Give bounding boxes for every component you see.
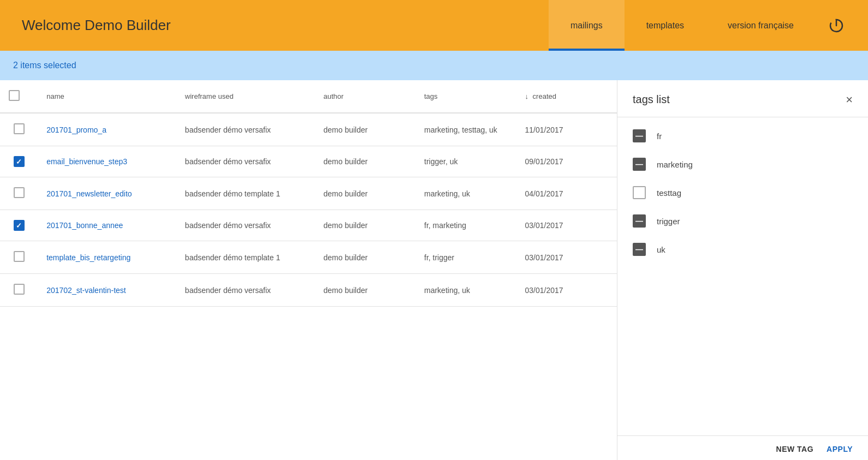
col-header-check bbox=[0, 80, 38, 113]
tags-panel-header: tags list × bbox=[617, 80, 868, 117]
selection-bar: 2 items selected bbox=[0, 51, 868, 80]
tag-label: fr bbox=[657, 132, 662, 141]
col-header-wireframe: wireframe used bbox=[176, 80, 315, 113]
row-name-link[interactable]: 201701_newsletter_edito bbox=[46, 189, 132, 198]
row-created: 03/01/2017 bbox=[516, 274, 617, 307]
row-checkbox[interactable] bbox=[14, 123, 25, 134]
row-name-link[interactable]: 201701_promo_a bbox=[46, 126, 106, 134]
table-row: template_bis_retargetingbadsender démo t… bbox=[0, 241, 617, 274]
tag-checkbox[interactable] bbox=[633, 158, 646, 171]
power-button[interactable] bbox=[827, 16, 846, 35]
row-tags: marketing, testtag, uk bbox=[415, 113, 516, 146]
tag-label: trigger bbox=[657, 217, 680, 226]
col-header-author: author bbox=[315, 80, 415, 113]
app-title: Welcome Demo Builder bbox=[22, 17, 549, 34]
table-row: email_bienvenue_step3badsender démo vers… bbox=[0, 146, 617, 177]
table-area: name wireframe used author tags ↓ create… bbox=[0, 80, 617, 460]
row-checkbox[interactable] bbox=[14, 220, 25, 231]
row-author: demo builder bbox=[315, 146, 415, 177]
tags-list: frmarketingtesttagtriggeruk bbox=[617, 117, 868, 435]
tag-checkbox[interactable] bbox=[633, 214, 646, 228]
row-wireframe: badsender démo versafix bbox=[176, 210, 315, 241]
row-wireframe: badsender démo versafix bbox=[176, 113, 315, 146]
row-author: demo builder bbox=[315, 210, 415, 241]
row-tags: trigger, uk bbox=[415, 146, 516, 177]
tags-panel-close-button[interactable]: × bbox=[846, 94, 853, 106]
row-tags: fr, marketing bbox=[415, 210, 516, 241]
tag-checkbox[interactable] bbox=[633, 186, 646, 199]
row-name-link[interactable]: 201701_bonne_annee bbox=[46, 221, 123, 230]
row-tags: marketing, uk bbox=[415, 177, 516, 210]
row-author: demo builder bbox=[315, 241, 415, 274]
select-all-checkbox[interactable] bbox=[9, 90, 20, 101]
mailings-table: name wireframe used author tags ↓ create… bbox=[0, 80, 617, 307]
row-checkbox[interactable] bbox=[14, 284, 25, 295]
apply-tags-button[interactable]: APPLY bbox=[827, 445, 853, 453]
tag-label: uk bbox=[657, 245, 665, 254]
row-tags: marketing, uk bbox=[415, 274, 516, 307]
row-author: demo builder bbox=[315, 177, 415, 210]
row-wireframe: badsender démo template 1 bbox=[176, 177, 315, 210]
row-author: demo builder bbox=[315, 274, 415, 307]
row-created: 11/01/2017 bbox=[516, 113, 617, 146]
tag-item[interactable]: trigger bbox=[617, 207, 868, 235]
header: Welcome Demo Builder mailings templates … bbox=[0, 0, 868, 51]
nav-templates[interactable]: templates bbox=[625, 0, 706, 51]
tag-checkbox[interactable] bbox=[633, 243, 646, 256]
tag-checkbox[interactable] bbox=[633, 129, 646, 142]
row-created: 03/01/2017 bbox=[516, 241, 617, 274]
nav-mailings[interactable]: mailings bbox=[549, 0, 625, 51]
tag-label: testtag bbox=[657, 188, 681, 198]
row-checkbox[interactable] bbox=[14, 251, 25, 262]
row-author: demo builder bbox=[315, 113, 415, 146]
row-created: 09/01/2017 bbox=[516, 146, 617, 177]
tag-item[interactable]: fr bbox=[617, 122, 868, 150]
tag-item[interactable]: marketing bbox=[617, 150, 868, 178]
tags-panel-title: tags list bbox=[633, 93, 670, 106]
row-tags: fr, trigger bbox=[415, 241, 516, 274]
row-name-link[interactable]: template_bis_retargeting bbox=[46, 253, 130, 262]
tag-label: marketing bbox=[657, 160, 693, 169]
row-checkbox[interactable] bbox=[14, 187, 25, 198]
col-header-created: ↓ created bbox=[516, 80, 617, 113]
row-name-link[interactable]: email_bienvenue_step3 bbox=[46, 157, 127, 166]
row-created: 03/01/2017 bbox=[516, 210, 617, 241]
tag-item[interactable]: uk bbox=[617, 235, 868, 264]
nav-language[interactable]: version française bbox=[706, 0, 816, 51]
new-tag-button[interactable]: NEW TAG bbox=[776, 445, 814, 453]
tags-panel-footer: NEW TAG APPLY bbox=[617, 435, 868, 460]
table-row: 201701_promo_abadsender démo versafixdem… bbox=[0, 113, 617, 146]
row-created: 04/01/2017 bbox=[516, 177, 617, 210]
tag-item[interactable]: testtag bbox=[617, 178, 868, 207]
col-header-tags: tags bbox=[415, 80, 516, 113]
row-name-link[interactable]: 201702_st-valentin-test bbox=[46, 286, 126, 295]
row-wireframe: badsender démo versafix bbox=[176, 146, 315, 177]
table-row: 201701_newsletter_editobadsender démo te… bbox=[0, 177, 617, 210]
main-nav: mailings templates version française bbox=[549, 0, 816, 51]
sort-icon: ↓ bbox=[525, 92, 528, 100]
row-wireframe: badsender démo template 1 bbox=[176, 241, 315, 274]
tags-panel: tags list × frmarketingtesttagtriggeruk … bbox=[617, 80, 868, 460]
table-row: 201702_st-valentin-testbadsender démo ve… bbox=[0, 274, 617, 307]
main-content: name wireframe used author tags ↓ create… bbox=[0, 80, 868, 460]
col-header-name: name bbox=[38, 80, 176, 113]
table-row: 201701_bonne_anneebadsender démo versafi… bbox=[0, 210, 617, 241]
row-checkbox[interactable] bbox=[14, 156, 25, 167]
row-wireframe: badsender démo versafix bbox=[176, 274, 315, 307]
